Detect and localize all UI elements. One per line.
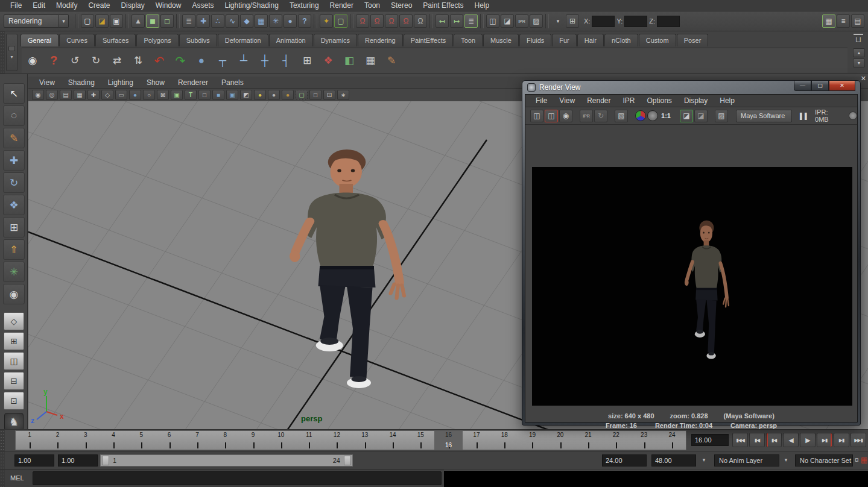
group-icon[interactable]: ┼ bbox=[256, 52, 273, 69]
render-view-menu-item[interactable]: Options bbox=[642, 96, 677, 105]
input-mode-menu-icon[interactable]: ▾ bbox=[551, 14, 565, 28]
shelf-tab[interactable]: Fur bbox=[552, 34, 577, 46]
timeline-frame[interactable]: 13 bbox=[351, 431, 379, 450]
x-coordinate-field[interactable] bbox=[592, 16, 615, 27]
duplicate-special-icon[interactable]: ❖ bbox=[320, 52, 337, 69]
safe-action-icon[interactable]: ▣ bbox=[171, 90, 183, 100]
current-time-field[interactable] bbox=[691, 434, 729, 446]
shelf-tab[interactable]: Subdivs bbox=[179, 34, 217, 46]
rotate-tool[interactable]: ↻ bbox=[3, 172, 25, 193]
pan-zoom-icon[interactable]: ✚ bbox=[87, 90, 100, 100]
shelf-tab[interactable]: Polygons bbox=[136, 34, 178, 46]
construction-history-icon[interactable]: ≣ bbox=[464, 14, 478, 28]
step-forward-frame-button[interactable]: ▶▮ bbox=[834, 433, 849, 447]
timeline-frame[interactable]: 5 bbox=[127, 431, 155, 450]
render-view-menu-item[interactable]: File bbox=[530, 96, 553, 105]
timeline-frame[interactable]: 23 bbox=[630, 431, 658, 450]
bookmarks-icon[interactable]: ▤ bbox=[60, 90, 72, 100]
shelf-tab[interactable]: Rendering bbox=[358, 34, 403, 46]
viewport-menu-item[interactable]: Lighting bbox=[102, 78, 139, 87]
viewport-menu-item[interactable]: Renderer bbox=[172, 78, 214, 87]
single-pane-layout-button[interactable]: ◇ bbox=[4, 312, 24, 330]
select-points-icon[interactable]: ∴ bbox=[211, 14, 224, 28]
plugin-shapes-icon[interactable]: ∗ bbox=[337, 90, 349, 100]
render-settings-icon[interactable]: ▨ bbox=[530, 14, 543, 28]
remove-image-button[interactable]: ◪ bbox=[694, 110, 708, 122]
shelf-tab[interactable]: Hair bbox=[577, 34, 604, 46]
select-handles-icon[interactable]: ✚ bbox=[197, 14, 210, 28]
timeline-frame[interactable]: 17 bbox=[463, 431, 490, 450]
range-drag-handle[interactable] bbox=[0, 451, 5, 469]
camera-attributes-icon[interactable]: ◎ bbox=[46, 90, 58, 100]
shelf-tab[interactable]: General bbox=[21, 34, 59, 46]
wireframe-icon[interactable]: □ bbox=[198, 90, 211, 100]
xray-active-icon[interactable]: ⊡ bbox=[323, 90, 335, 100]
select-rendering-icon[interactable]: ● bbox=[284, 14, 297, 28]
delete-shelf-icon[interactable]: ⊔ bbox=[854, 34, 863, 43]
last-tool-icon[interactable]: ◉ bbox=[3, 284, 25, 304]
viewport-menu-item[interactable]: Panels bbox=[215, 78, 250, 87]
set-key-icon[interactable]: ¤ bbox=[855, 456, 859, 464]
highlight-mode-icon[interactable]: ≣ bbox=[182, 14, 195, 28]
step-back-key-button[interactable]: ▮◀ bbox=[766, 433, 782, 447]
render-view-menu-item[interactable]: Display bbox=[679, 96, 713, 105]
timeline-frame[interactable]: 14 bbox=[379, 431, 407, 450]
field-chart-icon[interactable]: ⊠ bbox=[157, 90, 169, 100]
smooth-mesh-icon[interactable]: ▦ bbox=[362, 52, 379, 69]
select-surfaces-icon[interactable]: ◆ bbox=[240, 14, 253, 28]
timeline-frame[interactable]: 20 bbox=[546, 431, 574, 450]
playback-end-field[interactable] bbox=[602, 454, 647, 467]
shelf-tab[interactable]: Poser bbox=[677, 34, 709, 46]
timeline-frame[interactable]: 4 bbox=[100, 431, 127, 450]
shelf-tab[interactable]: Muscle bbox=[483, 34, 519, 46]
go-to-start-button[interactable]: ▮◀◀ bbox=[732, 433, 748, 447]
lasso-tool[interactable]: ◌ bbox=[3, 105, 25, 126]
camera-roll-icon[interactable]: ↻ bbox=[87, 52, 104, 69]
render-button[interactable]: ◫ bbox=[530, 110, 543, 122]
shelf-tab[interactable]: Curves bbox=[59, 34, 95, 46]
renderer-selector[interactable]: Maya Software bbox=[736, 110, 792, 122]
snap-to-curves-icon[interactable]: Ω bbox=[370, 14, 384, 28]
animation-end-field[interactable] bbox=[651, 454, 696, 467]
maximize-button[interactable]: ▢ bbox=[811, 81, 829, 91]
textured-icon[interactable]: ◩ bbox=[240, 90, 252, 100]
character-set-selector[interactable]: No Character Set bbox=[795, 454, 853, 467]
chevron-down-icon[interactable]: ▾ bbox=[700, 457, 708, 463]
timeline-frame[interactable]: 10 bbox=[267, 431, 295, 450]
timeline-frame[interactable]: 7 bbox=[183, 431, 211, 450]
save-scene-icon[interactable]: ▣ bbox=[110, 14, 123, 28]
smooth-shade-icon[interactable]: ■ bbox=[212, 90, 224, 100]
mel-command-input[interactable] bbox=[33, 471, 442, 485]
default-lighting-icon[interactable]: ● bbox=[254, 90, 266, 100]
real-size-button[interactable]: 1:1 bbox=[659, 110, 673, 122]
select-misc-icon[interactable]: ? bbox=[298, 14, 311, 28]
lock-selection-icon[interactable]: ✦ bbox=[320, 14, 333, 28]
highlight-selection-icon[interactable]: ▢ bbox=[334, 14, 347, 28]
select-hierarchy-icon[interactable]: ▲ bbox=[131, 14, 145, 28]
shelf-tab[interactable]: nCloth bbox=[604, 34, 638, 46]
shelf-scroll-down-icon[interactable]: ▼ bbox=[853, 58, 865, 68]
timeline-frame[interactable]: 11 bbox=[295, 431, 323, 450]
shelf-drag-handle[interactable] bbox=[0, 31, 5, 74]
film-reel-icon[interactable]: ◉ bbox=[24, 52, 41, 69]
menu-set-selector[interactable]: Rendering ▾ bbox=[4, 14, 69, 28]
menubar-item[interactable]: Window bbox=[150, 0, 187, 11]
menubar-item[interactable]: Texturing bbox=[284, 0, 325, 11]
render-current-frame-icon[interactable]: ◪ bbox=[501, 14, 514, 28]
snap-to-view-planes-icon[interactable]: Ω bbox=[399, 14, 413, 28]
minimize-button[interactable]: — bbox=[794, 81, 811, 91]
all-lights-icon[interactable]: ● bbox=[282, 90, 294, 100]
render-view-window[interactable]: Render View —▢✕ FileViewRenderIPROptions… bbox=[522, 80, 861, 426]
isolate-select-icon[interactable]: ▢ bbox=[296, 90, 308, 100]
unparent-icon[interactable]: ┴ bbox=[235, 52, 252, 69]
render-view-menu-item[interactable]: Help bbox=[714, 96, 740, 105]
menubar-item[interactable]: Assets bbox=[186, 0, 219, 11]
play-forwards-button[interactable]: ▶ bbox=[800, 433, 816, 447]
y-coordinate-field[interactable] bbox=[624, 16, 647, 27]
soft-modification-tool[interactable]: ⇑ bbox=[3, 239, 25, 260]
render-view-menu-item[interactable]: IPR bbox=[618, 96, 641, 105]
move-tool[interactable]: ✚ bbox=[3, 150, 25, 171]
timeline-frame[interactable]: 18 bbox=[490, 431, 518, 450]
grid-toggle-icon[interactable]: ◇ bbox=[101, 90, 113, 100]
shelf-tab[interactable]: Fluids bbox=[519, 34, 551, 46]
